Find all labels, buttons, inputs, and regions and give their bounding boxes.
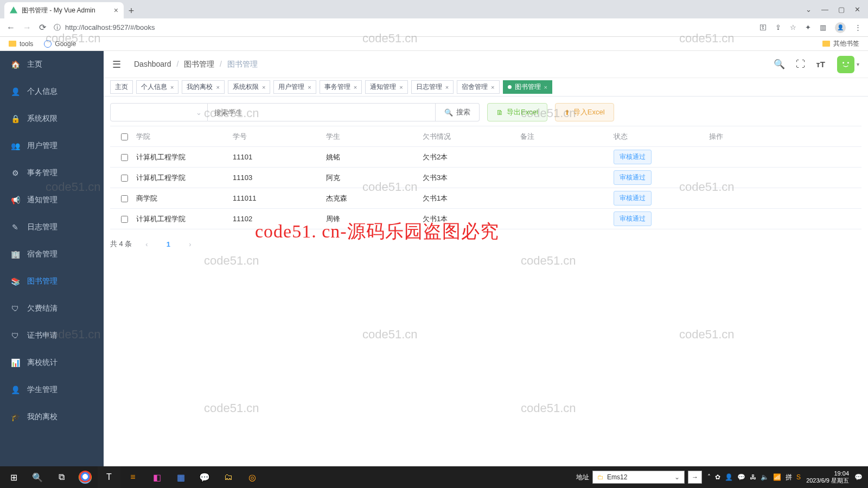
bookmark-google[interactable]: Google bbox=[44, 40, 76, 48]
breadcrumb-root[interactable]: Dashboard bbox=[134, 60, 171, 68]
tray-wifi-icon[interactable]: 📶 bbox=[773, 473, 781, 481]
task-view-icon[interactable]: ⧉ bbox=[50, 466, 73, 488]
url-bar[interactable]: ⓘ http://localhost:9527/#/books bbox=[54, 23, 752, 33]
taskbar-clock[interactable]: 19:04 2023/6/9 星期五 bbox=[806, 470, 849, 484]
approve-button[interactable]: 审核通过 bbox=[614, 150, 652, 164]
search-icon[interactable]: 🔍 bbox=[774, 59, 785, 70]
reload-icon[interactable]: ⟳ bbox=[39, 22, 46, 33]
page-current[interactable]: 1 bbox=[161, 237, 175, 251]
taskbar-address-input[interactable]: 🗀Ems12⌄ bbox=[592, 471, 685, 484]
tag-close-icon[interactable]: × bbox=[262, 84, 265, 91]
taskbar-app-icon[interactable]: T bbox=[98, 466, 120, 488]
sidebar-item-13[interactable]: 🎓我的离校 bbox=[0, 403, 104, 431]
tag-close-icon[interactable]: × bbox=[445, 84, 449, 91]
tray-icon[interactable]: S bbox=[796, 473, 801, 481]
tag-0[interactable]: 主页 bbox=[110, 80, 133, 94]
sidebar-item-1[interactable]: 👤个人信息 bbox=[0, 78, 104, 105]
approve-button[interactable]: 审核通过 bbox=[614, 170, 652, 185]
fullscreen-icon[interactable]: ⛶ bbox=[796, 59, 805, 70]
export-excel-button[interactable]: 🗎导出Excel bbox=[487, 103, 547, 121]
share-icon[interactable]: ⇪ bbox=[775, 23, 781, 31]
sidebar-item-11[interactable]: 📊离校统计 bbox=[0, 349, 104, 376]
new-tab-button[interactable]: + bbox=[124, 3, 139, 18]
tray-icon[interactable]: 👤 bbox=[725, 473, 733, 481]
tag-close-icon[interactable]: × bbox=[354, 84, 357, 91]
user-caret-icon[interactable]: ▾ bbox=[857, 61, 859, 67]
tray-icon[interactable]: 💬 bbox=[737, 473, 745, 481]
key-icon[interactable]: ⚿ bbox=[760, 23, 767, 31]
row-checkbox[interactable] bbox=[121, 154, 128, 161]
filter-select[interactable]: ⌄ bbox=[110, 103, 208, 121]
sidepanel-icon[interactable]: ▥ bbox=[820, 23, 826, 31]
sidebar-item-7[interactable]: 🏢宿舍管理 bbox=[0, 241, 104, 268]
sidebar-item-10[interactable]: 🛡证书申请 bbox=[0, 322, 104, 349]
taskbar-app-icon[interactable]: ▦ bbox=[169, 466, 192, 488]
taskbar-app-icon[interactable]: ◎ bbox=[241, 466, 264, 488]
tag-close-icon[interactable]: × bbox=[308, 84, 311, 91]
tag-5[interactable]: 事务管理× bbox=[320, 80, 362, 94]
tag-close-icon[interactable]: × bbox=[491, 84, 494, 91]
tag-7[interactable]: 日志管理× bbox=[411, 80, 454, 94]
sidebar-item-8[interactable]: 📚图书管理 bbox=[0, 268, 104, 295]
close-window-icon[interactable]: ✕ bbox=[854, 5, 860, 14]
search-button[interactable]: 🔍搜索 bbox=[436, 103, 480, 121]
tray-network-icon[interactable]: 🖧 bbox=[750, 473, 756, 481]
tag-4[interactable]: 用户管理× bbox=[273, 80, 316, 94]
taskbar-chrome-icon[interactable] bbox=[79, 471, 92, 484]
close-tab-icon[interactable]: × bbox=[114, 6, 118, 15]
tray-chevron-icon[interactable]: ˄ bbox=[707, 473, 711, 481]
taskbar-search-icon[interactable]: 🔍 bbox=[26, 466, 49, 488]
menu-dots-icon[interactable]: ⋮ bbox=[854, 23, 861, 31]
sidebar-item-4[interactable]: ⚙事务管理 bbox=[0, 159, 104, 187]
row-checkbox[interactable] bbox=[121, 216, 128, 223]
taskbar-app-icon[interactable]: ≡ bbox=[122, 466, 144, 488]
approve-button[interactable]: 审核通过 bbox=[614, 211, 652, 226]
sidebar-item-5[interactable]: 📢通知管理 bbox=[0, 187, 104, 214]
taskbar-wechat-icon[interactable]: 💬 bbox=[193, 466, 216, 488]
taskbar-address-go[interactable]: → bbox=[688, 471, 702, 484]
search-input[interactable] bbox=[208, 103, 436, 121]
star-icon[interactable]: ☆ bbox=[790, 23, 796, 31]
sidebar-item-0[interactable]: 🏠主页 bbox=[0, 51, 104, 78]
approve-button[interactable]: 审核通过 bbox=[614, 191, 652, 206]
tag-9[interactable]: 图书管理× bbox=[503, 80, 552, 94]
tag-2[interactable]: 我的离校× bbox=[182, 80, 224, 94]
sidebar-item-6[interactable]: ✎日志管理 bbox=[0, 214, 104, 241]
hamburger-icon[interactable]: ☰ bbox=[112, 59, 121, 70]
textsize-icon[interactable]: тT bbox=[816, 60, 825, 69]
row-checkbox[interactable] bbox=[121, 175, 128, 182]
bookmark-other[interactable]: 其他书签 bbox=[822, 39, 859, 48]
import-excel-button[interactable]: ⬆导入Excel bbox=[555, 103, 614, 121]
start-button[interactable]: ⊞ bbox=[2, 466, 25, 488]
minimize-icon[interactable]: — bbox=[821, 5, 828, 14]
profile-avatar-icon[interactable]: 👤 bbox=[835, 22, 846, 33]
tag-close-icon[interactable]: × bbox=[216, 84, 219, 91]
tag-close-icon[interactable]: × bbox=[544, 84, 547, 91]
bookmark-tools[interactable]: tools bbox=[9, 40, 33, 48]
browser-tab[interactable]: 图书管理 - My Vue Admin × bbox=[4, 2, 124, 18]
taskbar-app-icon[interactable]: ◧ bbox=[145, 466, 168, 488]
sidebar-item-2[interactable]: 🔒系统权限 bbox=[0, 105, 104, 132]
page-next-icon[interactable]: › bbox=[183, 237, 197, 251]
tray-volume-icon[interactable]: 🔈 bbox=[761, 473, 769, 481]
chevron-down-icon[interactable]: ⌄ bbox=[806, 5, 812, 14]
select-all-checkbox[interactable] bbox=[121, 133, 128, 140]
tag-6[interactable]: 通知管理× bbox=[365, 80, 407, 94]
sidebar-item-12[interactable]: 👤学生管理 bbox=[0, 376, 104, 403]
maximize-icon[interactable]: ▢ bbox=[838, 5, 845, 14]
extensions-icon[interactable]: ✦ bbox=[805, 23, 811, 31]
tag-close-icon[interactable]: × bbox=[399, 84, 403, 91]
back-icon[interactable]: ← bbox=[7, 23, 15, 33]
forward-icon[interactable]: → bbox=[23, 23, 31, 33]
notifications-icon[interactable]: 💬 bbox=[854, 473, 863, 481]
page-prev-icon[interactable]: ‹ bbox=[139, 237, 154, 251]
tag-8[interactable]: 宿舍管理× bbox=[457, 80, 499, 94]
row-checkbox[interactable] bbox=[121, 195, 128, 202]
user-avatar[interactable] bbox=[836, 55, 856, 74]
taskbar-explorer-icon[interactable]: 🗂 bbox=[217, 466, 240, 488]
sidebar-item-9[interactable]: 🛡欠费结清 bbox=[0, 295, 104, 322]
tray-icon[interactable]: ✿ bbox=[715, 473, 720, 481]
tag-1[interactable]: 个人信息× bbox=[136, 80, 178, 94]
sidebar-item-3[interactable]: 👥用户管理 bbox=[0, 132, 104, 159]
tag-3[interactable]: 系统权限× bbox=[228, 80, 270, 94]
